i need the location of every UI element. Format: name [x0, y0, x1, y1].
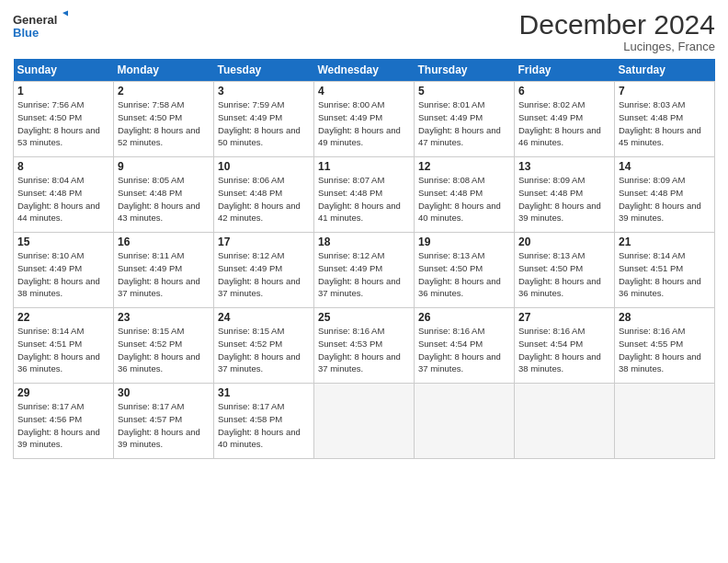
sunrise-label: Sunrise: 8:07 AM: [318, 175, 384, 185]
calendar-cell: 4 Sunrise: 8:00 AM Sunset: 4:49 PM Dayli…: [314, 82, 415, 157]
day-number: 28: [619, 311, 711, 324]
calendar-cell: 19 Sunrise: 8:13 AM Sunset: 4:50 PM Dayl…: [415, 233, 515, 308]
day-number: 8: [17, 160, 109, 173]
sunset-label: Sunset: 4:49 PM: [17, 263, 82, 273]
sunrise-label: Sunrise: 8:16 AM: [619, 326, 685, 336]
calendar-cell: 10 Sunrise: 8:06 AM Sunset: 4:48 PM Dayl…: [214, 157, 314, 233]
daylight-label: Daylight: 8 hours and 49 minutes.: [318, 125, 401, 148]
col-wednesday: Wednesday: [314, 59, 415, 82]
day-info: Sunrise: 8:08 AM Sunset: 4:48 PM Dayligh…: [418, 174, 510, 224]
daylight-label: Daylight: 8 hours and 41 minutes.: [318, 201, 401, 224]
day-number: 17: [218, 236, 310, 248]
daylight-label: Daylight: 8 hours and 36 minutes.: [118, 351, 200, 374]
page-header: General Blue December 2024 Lucinges, Fra…: [13, 9, 715, 53]
sunrise-label: Sunrise: 7:59 AM: [218, 99, 284, 109]
sunset-label: Sunset: 4:49 PM: [218, 263, 282, 273]
day-info: Sunrise: 8:16 AM Sunset: 4:55 PM Dayligh…: [619, 325, 711, 375]
sunrise-label: Sunrise: 8:15 AM: [118, 326, 184, 336]
sunset-label: Sunset: 4:51 PM: [619, 263, 683, 273]
sunset-label: Sunset: 4:50 PM: [418, 263, 483, 273]
calendar-table: Sunday Monday Tuesday Wednesday Thursday…: [13, 59, 715, 459]
day-info: Sunrise: 8:03 AM Sunset: 4:48 PM Dayligh…: [619, 98, 711, 149]
daylight-label: Daylight: 8 hours and 43 minutes.: [118, 201, 200, 224]
calendar-cell: 11 Sunrise: 8:07 AM Sunset: 4:48 PM Dayl…: [314, 157, 415, 233]
day-info: Sunrise: 8:11 AM Sunset: 4:49 PM Dayligh…: [118, 249, 210, 300]
day-info: Sunrise: 8:17 AM Sunset: 4:58 PM Dayligh…: [218, 400, 310, 451]
sunrise-label: Sunrise: 8:10 AM: [17, 250, 84, 260]
day-info: Sunrise: 7:58 AM Sunset: 4:50 PM Dayligh…: [118, 98, 210, 149]
sunset-label: Sunset: 4:58 PM: [218, 414, 282, 424]
daylight-label: Daylight: 8 hours and 46 minutes.: [518, 125, 601, 148]
day-info: Sunrise: 8:12 AM Sunset: 4:49 PM Dayligh…: [218, 249, 310, 300]
day-info: Sunrise: 8:10 AM Sunset: 4:49 PM Dayligh…: [17, 249, 109, 300]
day-info: Sunrise: 8:16 AM Sunset: 4:53 PM Dayligh…: [318, 325, 410, 375]
day-info: Sunrise: 8:09 AM Sunset: 4:48 PM Dayligh…: [619, 174, 711, 224]
daylight-label: Daylight: 8 hours and 37 minutes.: [218, 351, 301, 374]
col-saturday: Saturday: [615, 59, 715, 82]
sunset-label: Sunset: 4:48 PM: [17, 188, 82, 198]
calendar-cell: 17 Sunrise: 8:12 AM Sunset: 4:49 PM Dayl…: [214, 233, 314, 308]
day-number: 4: [318, 85, 410, 98]
calendar-cell: 3 Sunrise: 7:59 AM Sunset: 4:49 PM Dayli…: [214, 82, 314, 157]
daylight-label: Daylight: 8 hours and 38 minutes.: [518, 351, 601, 374]
sunset-label: Sunset: 4:57 PM: [118, 414, 182, 424]
day-number: 12: [418, 160, 510, 173]
day-info: Sunrise: 8:15 AM Sunset: 4:52 PM Dayligh…: [118, 325, 210, 375]
sunrise-label: Sunrise: 8:16 AM: [518, 326, 585, 336]
day-info: Sunrise: 8:04 AM Sunset: 4:48 PM Dayligh…: [17, 174, 109, 224]
sunrise-label: Sunrise: 8:04 AM: [17, 175, 84, 185]
calendar-cell: 31 Sunrise: 8:17 AM Sunset: 4:58 PM Dayl…: [214, 384, 314, 459]
sunrise-label: Sunrise: 8:09 AM: [518, 175, 585, 185]
day-info: Sunrise: 8:01 AM Sunset: 4:49 PM Dayligh…: [418, 98, 510, 149]
sunrise-label: Sunrise: 8:00 AM: [318, 99, 384, 109]
daylight-label: Daylight: 8 hours and 39 minutes.: [118, 427, 200, 450]
calendar-cell: 7 Sunrise: 8:03 AM Sunset: 4:48 PM Dayli…: [615, 82, 715, 157]
daylight-label: Daylight: 8 hours and 37 minutes.: [218, 276, 301, 299]
daylight-label: Daylight: 8 hours and 36 minutes.: [17, 351, 100, 374]
daylight-label: Daylight: 8 hours and 52 minutes.: [118, 125, 200, 148]
daylight-label: Daylight: 8 hours and 47 minutes.: [418, 125, 501, 148]
day-info: Sunrise: 8:15 AM Sunset: 4:52 PM Dayligh…: [218, 325, 310, 375]
daylight-label: Daylight: 8 hours and 36 minutes.: [619, 276, 701, 299]
page-container: General Blue December 2024 Lucinges, Fra…: [0, 0, 728, 465]
calendar-week-row: 15 Sunrise: 8:10 AM Sunset: 4:49 PM Dayl…: [14, 233, 715, 308]
day-info: Sunrise: 8:02 AM Sunset: 4:49 PM Dayligh…: [518, 98, 610, 149]
day-info: Sunrise: 8:07 AM Sunset: 4:48 PM Dayligh…: [318, 174, 410, 224]
day-info: Sunrise: 8:05 AM Sunset: 4:48 PM Dayligh…: [118, 174, 210, 224]
calendar-cell: 29 Sunrise: 8:17 AM Sunset: 4:56 PM Dayl…: [14, 384, 114, 459]
daylight-label: Daylight: 8 hours and 36 minutes.: [418, 276, 501, 299]
day-number: 22: [17, 311, 109, 324]
calendar-cell: 30 Sunrise: 8:17 AM Sunset: 4:57 PM Dayl…: [114, 384, 214, 459]
sunset-label: Sunset: 4:49 PM: [518, 112, 583, 122]
day-number: 18: [318, 236, 410, 248]
calendar-cell: 22 Sunrise: 8:14 AM Sunset: 4:51 PM Dayl…: [14, 308, 114, 384]
calendar-cell: 15 Sunrise: 8:10 AM Sunset: 4:49 PM Dayl…: [14, 233, 114, 308]
daylight-label: Daylight: 8 hours and 40 minutes.: [218, 427, 301, 450]
day-number: 7: [619, 85, 711, 98]
sunset-label: Sunset: 4:53 PM: [318, 339, 382, 349]
day-number: 21: [619, 236, 711, 248]
day-number: 19: [418, 236, 510, 248]
calendar-cell: 24 Sunrise: 8:15 AM Sunset: 4:52 PM Dayl…: [214, 308, 314, 384]
calendar-cell: 21 Sunrise: 8:14 AM Sunset: 4:51 PM Dayl…: [615, 233, 715, 308]
sunset-label: Sunset: 4:48 PM: [118, 188, 182, 198]
daylight-label: Daylight: 8 hours and 37 minutes.: [418, 351, 501, 374]
day-number: 30: [118, 386, 210, 399]
calendar-cell: 14 Sunrise: 8:09 AM Sunset: 4:48 PM Dayl…: [615, 157, 715, 233]
title-area: December 2024 Lucinges, France: [519, 9, 715, 53]
sunset-label: Sunset: 4:48 PM: [518, 188, 583, 198]
day-number: 20: [518, 236, 610, 248]
sunrise-label: Sunrise: 8:11 AM: [118, 250, 184, 260]
sunset-label: Sunset: 4:48 PM: [318, 188, 382, 198]
col-friday: Friday: [515, 59, 615, 82]
calendar-cell: 6 Sunrise: 8:02 AM Sunset: 4:49 PM Dayli…: [515, 82, 615, 157]
daylight-label: Daylight: 8 hours and 39 minutes.: [518, 201, 601, 224]
calendar-cell: 5 Sunrise: 8:01 AM Sunset: 4:49 PM Dayli…: [415, 82, 515, 157]
calendar-cell: 28 Sunrise: 8:16 AM Sunset: 4:55 PM Dayl…: [615, 308, 715, 384]
sunset-label: Sunset: 4:49 PM: [318, 263, 382, 273]
day-number: 16: [118, 236, 210, 248]
sunset-label: Sunset: 4:50 PM: [118, 112, 182, 122]
daylight-label: Daylight: 8 hours and 53 minutes.: [17, 125, 100, 148]
sunset-label: Sunset: 4:54 PM: [518, 339, 583, 349]
calendar-week-row: 8 Sunrise: 8:04 AM Sunset: 4:48 PM Dayli…: [14, 157, 715, 233]
